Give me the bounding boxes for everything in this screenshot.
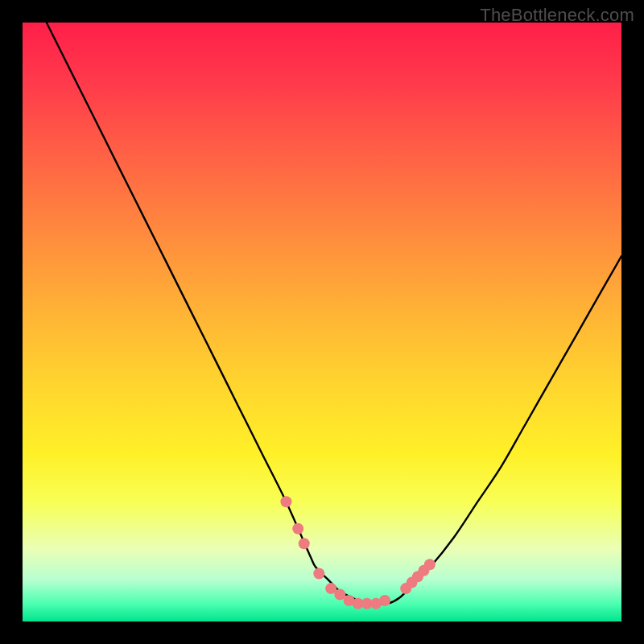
plot-area	[23, 23, 621, 621]
curve-marker	[313, 568, 324, 580]
bottleneck-curve-path	[23, 0, 621, 604]
curve-marker	[379, 595, 390, 606]
bottleneck-curve-svg	[23, 23, 621, 621]
curve-marker	[292, 523, 303, 535]
curve-marker	[424, 559, 436, 570]
chart-frame: TheBottleneck.com	[0, 0, 644, 644]
curve-marker	[280, 496, 291, 507]
curve-marker	[299, 538, 310, 549]
watermark-text: TheBottleneck.com	[480, 5, 634, 26]
curve-markers	[280, 496, 436, 609]
